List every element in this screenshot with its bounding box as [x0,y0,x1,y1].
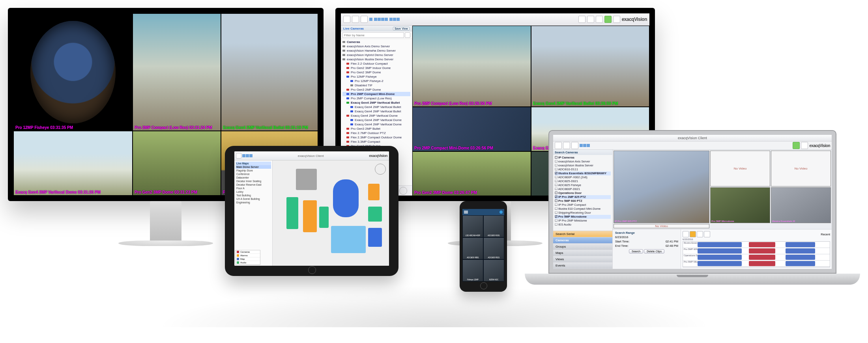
search-tree-item[interactable]: ☐ ADCi800P-X002 (2x6) [555,175,611,179]
camera-tile[interactable]: Pro 2MP Compact (Low Res) 03:26:56 PM [412,26,531,107]
phone-tile[interactable]: ADCi600 R021 [483,237,504,259]
gear-icon[interactable] [571,142,578,149]
no-video-tile[interactable]: No Video [771,151,831,186]
phone-tile[interactable]: ADCi600 HD01 [483,215,504,237]
map-tree-item[interactable]: Conference [236,172,271,176]
building[interactable] [303,200,317,232]
timeline-segment[interactable] [698,242,742,247]
tree-item[interactable]: exacqVision Hanwha Demo Server [342,48,410,53]
tree-item[interactable]: Pro 2MP Compact Mini-Dome [342,92,410,96]
tree-item[interactable]: Exacq Gen4 2MP Varifocal Bullet [342,105,410,109]
search-tree-item[interactable]: ☐ Pro 5MP 600 PTZ [555,199,611,203]
ptz-zoom-icon[interactable] [399,187,407,195]
accordion-item[interactable]: Cameras [553,237,612,244]
timeline-segment[interactable] [698,248,742,254]
tree-item[interactable]: Pro 2MP Compact (Low Res) [342,96,410,101]
search-button[interactable]: Search [629,249,643,254]
tablet-toolbar[interactable]: exacqVision Client exacqVision [234,151,389,160]
search-tree-item[interactable]: ☐ IP Pro 2MP Compact [555,203,611,207]
tree-item[interactable]: Flex 2.2 Outdoor Compact [342,62,410,66]
tree-item[interactable]: exacqVision Hybrid Demo Server [342,53,410,57]
delete-clips-button[interactable]: Delete Clips [644,249,664,254]
tree-item[interactable]: Flex 2.7MP Outdoor PTZ [342,131,410,135]
add-button[interactable] [793,142,800,149]
timeline-track[interactable]: Operations Door [683,254,830,261]
search-tree-item[interactable]: ☐ Illustra 610 Compact Mini-Dome [555,207,611,211]
add-button[interactable] [604,16,612,23]
building[interactable] [296,169,317,190]
camera-tile[interactable]: Pro Gen2 3MP Dome 03:31:23 PM [133,131,221,196]
search-tree-item[interactable]: ☐ IES Audio [555,223,611,227]
camera-tile[interactable]: Exacq Gen4 2MP Varifocal Bullet 03:26:50… [531,26,650,107]
step-fwd-icon[interactable] [697,231,703,237]
search-tree-item[interactable]: ☐ ADCi800P-D021 [555,187,611,191]
tree-item[interactable]: Exacq Gen4 2MP Varifocal Dome [342,114,410,118]
nav-icon[interactable] [555,142,562,149]
search-tree-item[interactable]: ☐ Shipping/Receiving Door [555,211,611,215]
search-tree-item[interactable]: ☐ Operations Door [555,191,611,195]
search-tree-item[interactable]: ☐ ADCi825-D021 [555,179,611,183]
map-tree-item[interactable]: Lobby [236,190,271,194]
tree-item[interactable]: Pro Gen3 2MP Dome [342,88,410,92]
building[interactable] [333,179,359,217]
map-tree-item[interactable]: Flagship Store [236,169,271,172]
accordion-item[interactable]: Events [553,263,612,269]
filter-clear-icon[interactable] [405,32,410,38]
accordion-item[interactable]: Groups [553,244,612,250]
gear-icon[interactable] [361,16,368,23]
map-tree-item[interactable]: Test Building [236,194,271,197]
audio-icon[interactable] [578,16,586,23]
map-tree-item[interactable]: Floor A [236,186,271,190]
search-tree-item[interactable]: ☑ Pro 5MP Microdome [555,215,611,219]
map-tree-item[interactable]: Decatur Reserve East [236,183,271,186]
timeline-segment[interactable] [698,255,742,260]
timeline-track[interactable]: Pro 5MP 600 PTZ [683,248,830,254]
timeline-track[interactable]: Illustra Essentials IE [683,242,830,248]
tree-item[interactable]: Pro 12MP Fisheye [342,75,410,79]
search-tree-item[interactable]: ☐ ADCi825 Fisheye [555,183,611,187]
timeline-segment[interactable] [749,255,775,260]
phone-tile[interactable]: I625W ADC [483,259,504,281]
tree-item[interactable]: Disabled TIF [342,83,410,88]
timeline-segment[interactable] [749,261,775,266]
tree-item[interactable]: Pro Gen3 2MP Bullet [342,127,410,131]
phone-tile[interactable]: LSD ABCAM-400F [462,215,483,237]
phone-grid[interactable]: LSD ABCAM-400FADCi600 HD01ADCi600 HB01AD… [462,215,504,281]
back-icon[interactable] [236,153,241,158]
building[interactable] [368,228,382,247]
timeline-segment[interactable] [749,242,775,247]
search-tree-item[interactable]: ☐ IP Cameras [555,156,611,160]
recent-button[interactable]: Recent [821,233,830,236]
menu-icon[interactable] [464,211,468,214]
tree-item[interactable]: Pro Gen2 3MP Dome [342,70,410,75]
no-video-tile[interactable]: No Video [614,224,709,228]
maps-tree[interactable]: Live Maps Main Demo Server Flagship Stor… [234,160,273,266]
play-icon[interactable] [690,231,696,237]
snapshot-icon[interactable] [587,16,594,23]
home-button[interactable] [308,266,316,274]
result-thumb[interactable]: Pro 5MP Microdome [710,187,770,223]
layout-icon[interactable] [242,154,253,157]
result-thumb[interactable]: IP Pro 2MP 825 PTZ [614,151,709,223]
layout-3x3-icon[interactable] [389,18,400,21]
search-tree-item[interactable]: ☐ IP Pro 2MP Minidome [555,219,611,223]
search-tree-item[interactable]: ☑ Illustra Essentials IES02MFBNWIY [555,172,611,175]
tree-item[interactable]: Flex 2.3MP Compact Outdoor Dome [342,135,410,140]
tree-item[interactable]: Flex 3.3MP Compact [342,140,410,144]
timeline-segment[interactable] [698,261,742,266]
map-tree-item[interactable]: Engineering [236,201,271,204]
search-tree-item[interactable]: ☐ exacqVision Axis Server [555,160,611,164]
accordion-item[interactable]: Maps [553,250,612,256]
no-video-tile[interactable]: No Video [710,151,770,186]
search-tree-item[interactable]: ☐ ADCi610-D111 [555,168,611,172]
search-tree-item[interactable]: ☐ exacqVision Illustra Server [555,164,611,168]
connect-icon[interactable] [499,211,503,214]
building[interactable] [319,207,329,227]
laptop-toolbar[interactable]: exacqVision [553,142,832,150]
tree-item[interactable]: Pro Gen2 3MP Indoor Dome [342,66,410,70]
building[interactable] [368,184,380,201]
help-icon[interactable] [801,142,808,149]
map-tree-item[interactable]: Main Demo Server [236,165,271,169]
accordion-item[interactable]: Search Serial [553,231,612,237]
speed-icon[interactable] [704,231,710,237]
